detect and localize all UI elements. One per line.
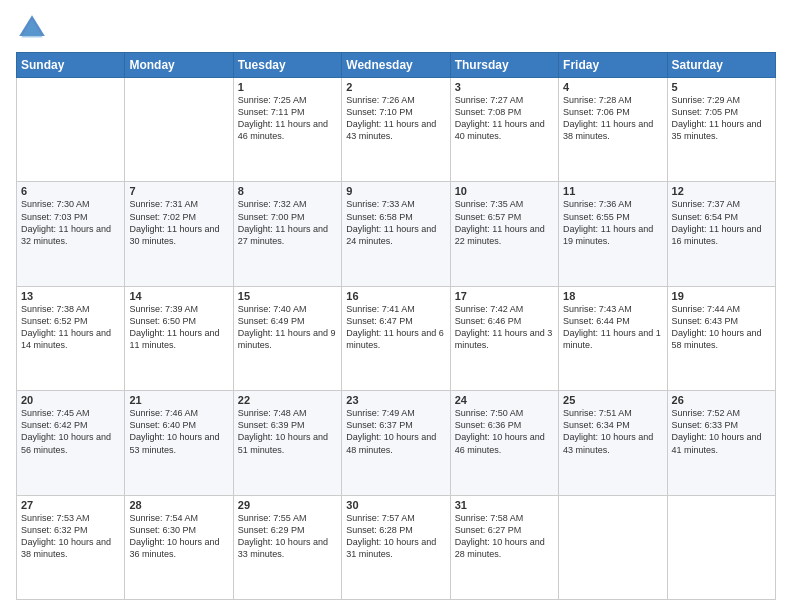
day-number: 7 <box>129 185 228 197</box>
day-number: 28 <box>129 499 228 511</box>
day-number: 22 <box>238 394 337 406</box>
day-info: Sunrise: 7:41 AM Sunset: 6:47 PM Dayligh… <box>346 303 445 352</box>
day-number: 15 <box>238 290 337 302</box>
day-info: Sunrise: 7:45 AM Sunset: 6:42 PM Dayligh… <box>21 407 120 456</box>
days-of-week-row: SundayMondayTuesdayWednesdayThursdayFrid… <box>17 53 776 78</box>
calendar-week-5: 27Sunrise: 7:53 AM Sunset: 6:32 PM Dayli… <box>17 495 776 599</box>
day-number: 1 <box>238 81 337 93</box>
day-number: 26 <box>672 394 771 406</box>
day-info: Sunrise: 7:25 AM Sunset: 7:11 PM Dayligh… <box>238 94 337 143</box>
calendar-cell: 30Sunrise: 7:57 AM Sunset: 6:28 PM Dayli… <box>342 495 450 599</box>
calendar-cell: 29Sunrise: 7:55 AM Sunset: 6:29 PM Dayli… <box>233 495 341 599</box>
calendar-cell: 20Sunrise: 7:45 AM Sunset: 6:42 PM Dayli… <box>17 391 125 495</box>
day-number: 27 <box>21 499 120 511</box>
day-header-monday: Monday <box>125 53 233 78</box>
day-number: 20 <box>21 394 120 406</box>
day-number: 9 <box>346 185 445 197</box>
calendar-cell: 19Sunrise: 7:44 AM Sunset: 6:43 PM Dayli… <box>667 286 775 390</box>
day-number: 16 <box>346 290 445 302</box>
day-number: 19 <box>672 290 771 302</box>
day-number: 17 <box>455 290 554 302</box>
day-number: 2 <box>346 81 445 93</box>
logo-icon <box>16 12 48 44</box>
day-number: 25 <box>563 394 662 406</box>
day-header-thursday: Thursday <box>450 53 558 78</box>
day-info: Sunrise: 7:49 AM Sunset: 6:37 PM Dayligh… <box>346 407 445 456</box>
calendar-cell: 4Sunrise: 7:28 AM Sunset: 7:06 PM Daylig… <box>559 78 667 182</box>
day-info: Sunrise: 7:32 AM Sunset: 7:00 PM Dayligh… <box>238 198 337 247</box>
calendar-week-1: 1Sunrise: 7:25 AM Sunset: 7:11 PM Daylig… <box>17 78 776 182</box>
day-info: Sunrise: 7:52 AM Sunset: 6:33 PM Dayligh… <box>672 407 771 456</box>
calendar-cell <box>559 495 667 599</box>
day-info: Sunrise: 7:58 AM Sunset: 6:27 PM Dayligh… <box>455 512 554 561</box>
day-number: 12 <box>672 185 771 197</box>
calendar-cell: 17Sunrise: 7:42 AM Sunset: 6:46 PM Dayli… <box>450 286 558 390</box>
calendar-cell: 11Sunrise: 7:36 AM Sunset: 6:55 PM Dayli… <box>559 182 667 286</box>
day-info: Sunrise: 7:31 AM Sunset: 7:02 PM Dayligh… <box>129 198 228 247</box>
day-number: 18 <box>563 290 662 302</box>
day-header-wednesday: Wednesday <box>342 53 450 78</box>
calendar-cell: 1Sunrise: 7:25 AM Sunset: 7:11 PM Daylig… <box>233 78 341 182</box>
day-header-sunday: Sunday <box>17 53 125 78</box>
day-info: Sunrise: 7:57 AM Sunset: 6:28 PM Dayligh… <box>346 512 445 561</box>
calendar-cell: 14Sunrise: 7:39 AM Sunset: 6:50 PM Dayli… <box>125 286 233 390</box>
calendar-cell: 31Sunrise: 7:58 AM Sunset: 6:27 PM Dayli… <box>450 495 558 599</box>
day-info: Sunrise: 7:37 AM Sunset: 6:54 PM Dayligh… <box>672 198 771 247</box>
day-info: Sunrise: 7:29 AM Sunset: 7:05 PM Dayligh… <box>672 94 771 143</box>
calendar-cell: 5Sunrise: 7:29 AM Sunset: 7:05 PM Daylig… <box>667 78 775 182</box>
day-header-saturday: Saturday <box>667 53 775 78</box>
calendar-cell: 24Sunrise: 7:50 AM Sunset: 6:36 PM Dayli… <box>450 391 558 495</box>
day-number: 10 <box>455 185 554 197</box>
day-number: 23 <box>346 394 445 406</box>
day-info: Sunrise: 7:30 AM Sunset: 7:03 PM Dayligh… <box>21 198 120 247</box>
day-header-tuesday: Tuesday <box>233 53 341 78</box>
calendar-cell: 21Sunrise: 7:46 AM Sunset: 6:40 PM Dayli… <box>125 391 233 495</box>
calendar-cell: 13Sunrise: 7:38 AM Sunset: 6:52 PM Dayli… <box>17 286 125 390</box>
calendar-cell: 8Sunrise: 7:32 AM Sunset: 7:00 PM Daylig… <box>233 182 341 286</box>
calendar-table: SundayMondayTuesdayWednesdayThursdayFrid… <box>16 52 776 600</box>
day-info: Sunrise: 7:38 AM Sunset: 6:52 PM Dayligh… <box>21 303 120 352</box>
day-info: Sunrise: 7:55 AM Sunset: 6:29 PM Dayligh… <box>238 512 337 561</box>
day-number: 24 <box>455 394 554 406</box>
calendar-body: 1Sunrise: 7:25 AM Sunset: 7:11 PM Daylig… <box>17 78 776 600</box>
day-info: Sunrise: 7:28 AM Sunset: 7:06 PM Dayligh… <box>563 94 662 143</box>
calendar-cell <box>667 495 775 599</box>
day-info: Sunrise: 7:44 AM Sunset: 6:43 PM Dayligh… <box>672 303 771 352</box>
logo <box>16 12 52 44</box>
day-info: Sunrise: 7:36 AM Sunset: 6:55 PM Dayligh… <box>563 198 662 247</box>
calendar-cell <box>125 78 233 182</box>
calendar-cell: 6Sunrise: 7:30 AM Sunset: 7:03 PM Daylig… <box>17 182 125 286</box>
day-number: 13 <box>21 290 120 302</box>
day-number: 3 <box>455 81 554 93</box>
day-info: Sunrise: 7:43 AM Sunset: 6:44 PM Dayligh… <box>563 303 662 352</box>
day-info: Sunrise: 7:42 AM Sunset: 6:46 PM Dayligh… <box>455 303 554 352</box>
day-info: Sunrise: 7:50 AM Sunset: 6:36 PM Dayligh… <box>455 407 554 456</box>
day-info: Sunrise: 7:48 AM Sunset: 6:39 PM Dayligh… <box>238 407 337 456</box>
calendar-cell: 25Sunrise: 7:51 AM Sunset: 6:34 PM Dayli… <box>559 391 667 495</box>
day-info: Sunrise: 7:33 AM Sunset: 6:58 PM Dayligh… <box>346 198 445 247</box>
calendar-week-4: 20Sunrise: 7:45 AM Sunset: 6:42 PM Dayli… <box>17 391 776 495</box>
calendar-cell: 7Sunrise: 7:31 AM Sunset: 7:02 PM Daylig… <box>125 182 233 286</box>
day-info: Sunrise: 7:54 AM Sunset: 6:30 PM Dayligh… <box>129 512 228 561</box>
calendar-cell: 28Sunrise: 7:54 AM Sunset: 6:30 PM Dayli… <box>125 495 233 599</box>
day-info: Sunrise: 7:46 AM Sunset: 6:40 PM Dayligh… <box>129 407 228 456</box>
day-number: 6 <box>21 185 120 197</box>
calendar-cell: 9Sunrise: 7:33 AM Sunset: 6:58 PM Daylig… <box>342 182 450 286</box>
day-info: Sunrise: 7:53 AM Sunset: 6:32 PM Dayligh… <box>21 512 120 561</box>
page: SundayMondayTuesdayWednesdayThursdayFrid… <box>0 0 792 612</box>
calendar-cell: 22Sunrise: 7:48 AM Sunset: 6:39 PM Dayli… <box>233 391 341 495</box>
day-info: Sunrise: 7:39 AM Sunset: 6:50 PM Dayligh… <box>129 303 228 352</box>
calendar-week-3: 13Sunrise: 7:38 AM Sunset: 6:52 PM Dayli… <box>17 286 776 390</box>
day-info: Sunrise: 7:51 AM Sunset: 6:34 PM Dayligh… <box>563 407 662 456</box>
calendar-cell: 16Sunrise: 7:41 AM Sunset: 6:47 PM Dayli… <box>342 286 450 390</box>
day-number: 14 <box>129 290 228 302</box>
calendar-cell: 12Sunrise: 7:37 AM Sunset: 6:54 PM Dayli… <box>667 182 775 286</box>
calendar-cell <box>17 78 125 182</box>
calendar-cell: 26Sunrise: 7:52 AM Sunset: 6:33 PM Dayli… <box>667 391 775 495</box>
calendar-cell: 10Sunrise: 7:35 AM Sunset: 6:57 PM Dayli… <box>450 182 558 286</box>
day-header-friday: Friday <box>559 53 667 78</box>
day-info: Sunrise: 7:35 AM Sunset: 6:57 PM Dayligh… <box>455 198 554 247</box>
day-number: 21 <box>129 394 228 406</box>
calendar-cell: 23Sunrise: 7:49 AM Sunset: 6:37 PM Dayli… <box>342 391 450 495</box>
day-info: Sunrise: 7:26 AM Sunset: 7:10 PM Dayligh… <box>346 94 445 143</box>
